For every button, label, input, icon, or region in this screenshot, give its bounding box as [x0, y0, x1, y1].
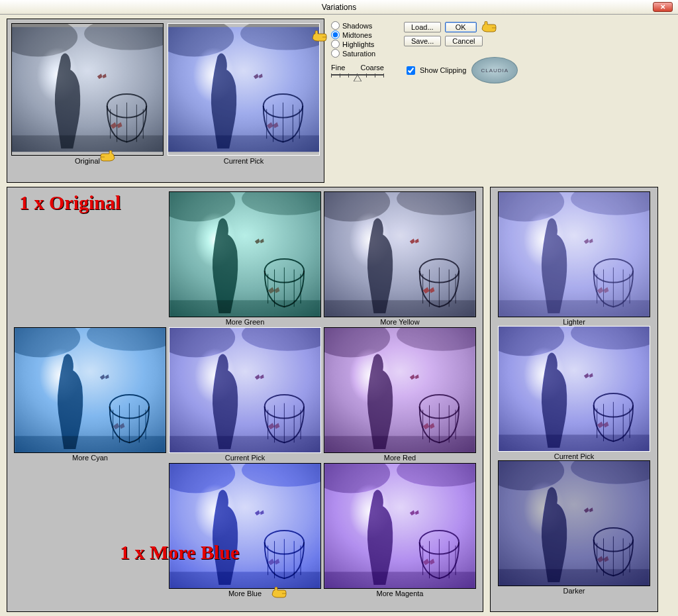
- more-red-cell[interactable]: More Red: [323, 327, 477, 462]
- preview-box: Original Current Pick: [7, 19, 324, 183]
- current-pick-thumb[interactable]: [168, 23, 320, 156]
- svg-rect-24: [499, 461, 650, 586]
- hand-icon: [271, 587, 288, 599]
- radio-saturation[interactable]: Saturation: [331, 49, 384, 58]
- lighter-cell[interactable]: Lighter: [498, 191, 650, 326]
- load-button[interactable]: Load...: [404, 22, 441, 32]
- current-pick-label: Current Pick: [168, 157, 320, 165]
- svg-rect-11: [12, 27, 163, 152]
- more-green-cell[interactable]: More Green: [168, 191, 322, 326]
- more-yellow-cell[interactable]: More Yellow: [323, 191, 477, 326]
- show-clipping-checkbox[interactable]: Show Clipping: [404, 64, 466, 77]
- more-blue-cell[interactable]: More Blue: [168, 463, 322, 597]
- svg-rect-19: [324, 464, 475, 588]
- titlebar: Variations ✕: [0, 0, 678, 15]
- darker-cell[interactable]: Darker: [498, 460, 650, 595]
- light-current-pick-cell[interactable]: Current Pick: [498, 326, 650, 460]
- close-button[interactable]: ✕: [653, 2, 673, 12]
- radio-highlights[interactable]: Highlights: [331, 40, 384, 48]
- more-cyan-cell[interactable]: More Cyan: [13, 327, 167, 462]
- ok-button[interactable]: OK: [445, 22, 477, 32]
- cancel-button[interactable]: Cancel: [445, 36, 482, 46]
- svg-rect-12: [168, 27, 319, 152]
- current-pick-cell[interactable]: Current Pick: [168, 327, 322, 462]
- window-title: Variations: [322, 3, 356, 12]
- save-button[interactable]: Save...: [404, 36, 441, 46]
- annotation-original: 1 x Original: [19, 191, 121, 214]
- hand-icon: [481, 21, 498, 33]
- hand-icon: [99, 150, 116, 162]
- brightness-panel: Lighter Current Pick Darker: [490, 187, 658, 612]
- fine-coarse-slider[interactable]: FineCoarse: [331, 64, 384, 77]
- svg-rect-18: [170, 464, 320, 588]
- more-magenta-cell[interactable]: More Magenta: [323, 463, 477, 597]
- radio-shadows[interactable]: Shadows: [331, 21, 384, 30]
- svg-rect-15: [15, 328, 166, 452]
- annotation-more-blue: 1 x More Blue: [120, 541, 239, 564]
- claudia-badge: CLAUDIA: [471, 57, 518, 83]
- svg-rect-22: [499, 327, 650, 451]
- svg-rect-17: [324, 328, 475, 452]
- hand-icon: [311, 30, 328, 42]
- svg-rect-21: [499, 192, 650, 317]
- original-thumb[interactable]: [11, 23, 164, 156]
- original-label: Original: [11, 157, 164, 165]
- svg-rect-14: [324, 192, 475, 317]
- tone-controls: Shadows Midtones Highlights Saturation F…: [331, 19, 384, 77]
- svg-rect-16: [170, 328, 320, 452]
- radio-midtones[interactable]: Midtones: [331, 30, 384, 39]
- color-variations-panel: 1 x Original More Green More Yellow More…: [7, 187, 483, 612]
- svg-rect-13: [170, 192, 320, 317]
